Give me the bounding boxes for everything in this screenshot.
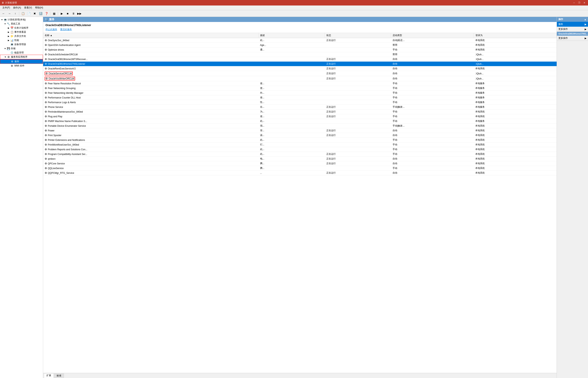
show-hide-tree[interactable]: 📋 [20,11,26,16]
table-row[interactable]: ⚙OracleVssWriterORCLW正在运行自动.\Qiuh... [43,76,557,81]
table-row[interactable]: ⚙OneSyncSvc_840ed此...正在运行自动(延迟...本地系统 [43,38,557,43]
minimize-button[interactable]: ─ [572,1,576,5]
table-row[interactable]: ⚙Peer Networking Grouping使...手动本地服务 [43,86,557,91]
cell-service-status: 正在运行 [325,57,391,62]
right-panel-more-ops-2[interactable]: 更多操作 ▶ [557,36,588,40]
cell-service-desc: 使... [258,95,325,100]
table-row[interactable]: ⚙QQPCMgr_RTG_Service...正在运行自动本地系统 [43,171,557,175]
sidebar-item-wmi[interactable]: ⚙ WMI 控件 [0,64,43,68]
table-row[interactable]: ⚙Peer Name Resolution Protocol使...手动本地服务 [43,81,557,86]
cell-service-desc: 通... [258,47,325,52]
table-row[interactable]: ⚙Performance Logs & Alerts性...手动本地服务 [43,100,557,105]
col-header-name[interactable]: 名称 ▲ [43,33,258,38]
table-row[interactable]: ⚙Optimize drives通...手动本地系统 [43,47,557,52]
table-row[interactable]: ⚙Portable Device Enumerator Service强...手… [43,123,557,128]
sidebar-item-services[interactable]: ⚙ 服务 [0,59,43,64]
back-button[interactable]: ← [1,11,6,16]
table-row[interactable]: ⚙Peer Networking Identity Manager向...手动本… [43,91,557,95]
service-icon: ⚙ [45,153,47,156]
services-table: 名称 ▲ 描述 状态 启动类型 登录为 ⚙OneSyncSvc_840ed此..… [43,33,557,175]
table-row[interactable]: ⚙Plug and Play使...正在运行手动本地系统 [43,114,557,119]
service-detail: OracleOraDB19Home1TNSListener 停止此服务 重启此服… [43,22,557,33]
window-title: 计算机管理 [5,1,17,4]
table-row[interactable]: ⚙Printer Extensions and Notifications此..… [43,138,557,142]
right-panel-tns-section: OracleOraDB19Home1TNS... ▲ 更多操作 ▶ [557,32,588,41]
sidebar-item-task-scheduler[interactable]: ▶ 📅 任务计划程序 [0,26,43,30]
cell-service-login: 本地系统 [474,47,557,52]
menu-help[interactable]: 帮助(H) [34,6,45,10]
table-row[interactable]: ⚙QPCore Service腾...正在运行自动本地系统 [43,161,557,166]
table-row[interactable]: ⚙PrintWorkflowUserSvc_840ed打...手动本地系统 [43,142,557,147]
sidebar-item-svc-apps[interactable]: ▼ ⚙ 服务和应用程序 [0,55,43,59]
service-icon: ⚙ [45,134,47,137]
sidebar-item-disk-mgmt[interactable]: 💿 磁盘管理 [0,51,43,55]
right-panel-services-item[interactable]: 服务 ▶ [557,22,588,27]
restore-button[interactable]: ❐ [577,1,581,5]
col-header-status[interactable]: 状态 [325,33,391,38]
col-header-startup[interactable]: 启动类型 [391,33,474,38]
table-row[interactable]: ⚙Phone Service在...正在运行手动(触发...本地服务 [43,105,557,109]
table-row[interactable]: ⚙OracleOraDB19Home1TNSListener正在运行自动.\Qi… [43,62,557,66]
sidebar-item-event-viewer[interactable]: ▶ 📋 事件查看器 [0,30,43,34]
sidebar-item-storage[interactable]: ▼ 💾 存储 [0,46,43,51]
table-row[interactable]: ⚙OracleServiceORCLW正在运行自动.\Qiuh... [43,71,557,76]
sidebar-item-device-mgr[interactable]: 💻 设备管理器 [0,42,43,46]
toolbar-restart[interactable]: ▶▶ [77,11,82,16]
table-row[interactable]: ⚙Print Spooler该...正在运行自动本地系统 [43,133,557,138]
cell-service-login: .\Qiuh... [474,52,557,57]
right-panel: 操作 ▲ 服务 ▶ 更多操作 ▶ OracleOraDB19Home1TNS..… [557,17,588,378]
toolbar-properties[interactable]: 🔙 [38,11,43,16]
col-header-login[interactable]: 登录为 [474,33,557,38]
services-table-container: 名称 ▲ 描述 状态 启动类型 登录为 ⚙OneSyncSvc_840ed此..… [43,33,557,373]
table-row[interactable]: ⚙Power管...正在运行自动本地系统 [43,128,557,133]
toolbar-play[interactable]: ▶ [59,11,64,16]
service-icon: ⚙ [45,143,47,146]
sidebar-item-performance[interactable]: ▶ 📊 性能 [0,38,43,42]
cell-service-login: .\Qiuh... [474,71,557,76]
table-row[interactable]: ⚙Program Compatibility Assistant Ser...此… [43,152,557,157]
cell-service-status: 正在运行 [325,133,391,138]
table-row[interactable]: ⚙OracleJobSchedulerORCLW禁用.\Qiuh... [43,52,557,57]
stop-service-link[interactable]: 停止此服务 [45,28,57,31]
menu-action[interactable]: 操作(A) [12,6,23,10]
toolbar-copy[interactable]: 📄 [26,11,32,16]
tree-root[interactable]: ▼ 💻 计算机管理(本地) [0,18,43,22]
service-icon: ⚙ [45,129,47,132]
service-icon: ⚙ [45,53,47,56]
sidebar-item-sys-tools[interactable]: ▼ 🔧 系统工具 [0,22,43,26]
toolbar-pause[interactable]: ⏸ [71,11,76,16]
table-row[interactable]: ⚙qmbsrv电...正在运行自动本地系统 [43,157,557,161]
bottom-tabs: 扩展 标准 [43,373,557,378]
toolbar-stop[interactable]: ■ [65,11,70,16]
cell-service-startup: 手动 [391,91,474,95]
restart-service-link[interactable]: 重启此服务 [60,28,72,31]
toolbar-help[interactable]: ❓ [44,11,49,16]
table-row[interactable]: ⚙OpenSSH Authentication AgentAge...禁用本地系… [43,43,557,47]
close-button[interactable]: ✕ [582,1,587,5]
toolbar-grid[interactable]: ▦ [51,11,57,16]
table-row[interactable]: ⚙QQLiveService腾...手动本地系统 [43,166,557,171]
cell-service-name: ⚙Peer Name Resolution Protocol [43,81,258,86]
table-row[interactable]: ⚙OracleRemExecServiceV2正在运行自动本地系统 [43,66,557,71]
forward-button[interactable]: → [7,11,12,16]
table-row[interactable]: ⚙PNRP Machine Name Publication S...此...手… [43,119,557,123]
up-button[interactable]: ↑ [13,11,18,16]
table-row[interactable]: ⚙Performance Counter DLL Host使...手动本地服务 [43,95,557,100]
toolbar-delete[interactable]: ✖ [32,11,38,16]
menu-file[interactable]: 文件(F) [1,6,12,10]
col-header-desc[interactable]: 描述 [258,33,325,38]
cell-service-desc: 强... [258,123,325,128]
table-row[interactable]: ⚙PimIndexMaintenanceSvc_840ed为...正在运行手动本… [43,109,557,114]
cell-service-status [325,100,391,105]
cell-service-status [325,43,391,47]
table-row[interactable]: ⚙OracleOraDB19Home1MTSRecover...正在运行自动.\… [43,57,557,62]
right-arrow-icon: ▶ [585,23,587,26]
sidebar-item-shared-folders[interactable]: ▶ 📁 共享文件夹 [0,34,43,38]
right-panel-more-ops-1[interactable]: 更多操作 ▶ [557,27,588,32]
cell-service-status [325,142,391,147]
menu-view[interactable]: 查看(V) [23,6,34,10]
tab-extended[interactable]: 扩展 [44,373,54,378]
table-row[interactable]: ⚙Problem Reports and Solutions Con...此..… [43,147,557,152]
tab-standard[interactable]: 标准 [54,374,64,378]
cell-service-name: ⚙Plug and Play [43,114,258,119]
